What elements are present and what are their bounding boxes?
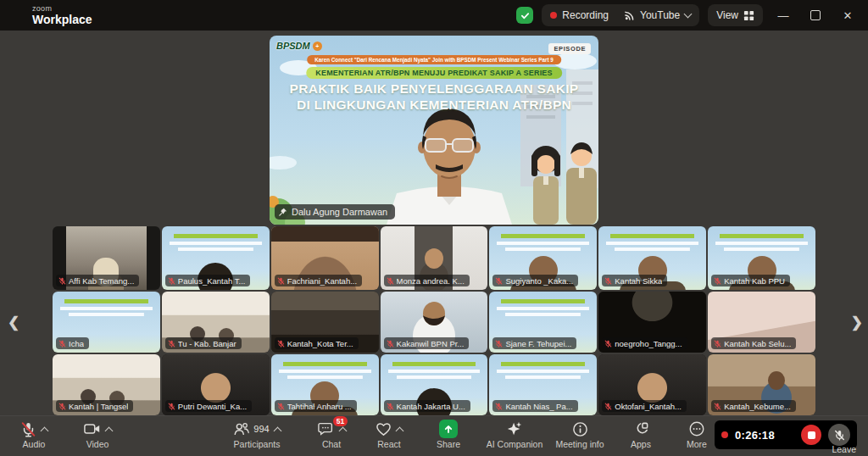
security-shield-icon[interactable] bbox=[516, 7, 533, 24]
muted-mic-icon bbox=[58, 403, 66, 410]
webinar-series-ribbon: Karen Connect "Dari Rencana Menjadi Nyat… bbox=[307, 55, 561, 64]
participant-tile[interactable]: Kantah Kab Selu... bbox=[708, 292, 815, 353]
participant-name: Kantah Jakarta U... bbox=[397, 402, 465, 411]
video-button[interactable]: Video bbox=[59, 420, 136, 449]
close-button[interactable]: ✕ bbox=[836, 4, 860, 26]
participant-tile[interactable]: Kantah Sikka bbox=[598, 226, 706, 290]
muted-mic-icon bbox=[604, 403, 612, 410]
participant-tile[interactable]: Kantah_Kota Ter... bbox=[271, 292, 379, 353]
participant-tile[interactable]: Sjane F. Tehupei... bbox=[489, 292, 597, 353]
participant-name: Kakanwil BPN Pr... bbox=[397, 339, 465, 348]
participant-nametag: Icha bbox=[56, 337, 89, 349]
recording-mic-muted-button[interactable] bbox=[828, 424, 850, 446]
participant-tile[interactable]: Fachriani_Kantah... bbox=[271, 226, 379, 290]
participant-nametag: Oktofani_Kantah... bbox=[602, 400, 687, 412]
participant-name: Oktofani_Kantah... bbox=[615, 402, 682, 411]
recording-stream-pill: Recording YouTube bbox=[542, 4, 699, 26]
participant-nametag: Kantah Sikka bbox=[602, 275, 667, 286]
recording-label[interactable]: Recording bbox=[562, 9, 609, 21]
muted-mic-icon bbox=[387, 340, 394, 348]
participant-tile[interactable]: Kantah Nias_ Pa... bbox=[489, 354, 597, 415]
stop-recording-button[interactable] bbox=[801, 425, 821, 445]
participant-nametag: Kantah_Kota Ter... bbox=[275, 337, 359, 349]
participant-grid: Affi Kab Temang... Paulus_Kantah T... Fa… bbox=[53, 226, 815, 415]
video-options-chevron-icon[interactable] bbox=[104, 426, 113, 435]
participant-tile[interactable]: Kantah Jakarta U... bbox=[381, 354, 488, 415]
participant-tile[interactable]: Putri Dewanti_Ka... bbox=[162, 354, 270, 415]
participant-nametag: Sugiyanto _Kaka... bbox=[492, 275, 578, 286]
participant-tile[interactable]: Paulus_Kantah T... bbox=[162, 226, 270, 290]
zoom-workplace-logo: zoom Workplace bbox=[32, 5, 92, 25]
react-chevron-icon[interactable] bbox=[396, 426, 404, 435]
view-label: View bbox=[716, 9, 738, 21]
participant-name: Icha bbox=[69, 339, 84, 348]
participant-tile[interactable]: Affi Kab Temang... bbox=[53, 226, 160, 290]
participant-nametag: Affi Kab Temang... bbox=[56, 275, 139, 286]
participant-tile[interactable]: Tu - Kab. Banjar bbox=[162, 292, 270, 353]
muted-mic-icon bbox=[387, 403, 394, 410]
chevron-down-icon[interactable] bbox=[684, 10, 693, 19]
audio-options-chevron-icon[interactable] bbox=[41, 426, 49, 435]
slide-title-line2: DI LINGKUNGAN KEMENTERIAN ATR/BPN bbox=[270, 97, 598, 114]
brand-workplace: Workplace bbox=[32, 14, 92, 25]
participant-nametag: Fachriani_Kantah... bbox=[275, 275, 362, 286]
slide-title: PRAKTIK BAIK PENYELENGGARAAN SAKIP DI LI… bbox=[270, 81, 598, 114]
participant-nametag: Kantah_Kebume... bbox=[711, 400, 796, 412]
participant-tile[interactable]: noegroho_Tangg... bbox=[598, 292, 706, 353]
participant-nametag: Tu - Kab. Banjar bbox=[165, 337, 242, 349]
participant-tile[interactable]: Kakanwil BPN Pr... bbox=[381, 292, 488, 353]
sakip-series-ribbon: KEMENTERIAN ATR/BPN MENUJU PREDIKAT SAKI… bbox=[306, 67, 562, 79]
meeting-toolbar: Audio Video 994 Participants bbox=[0, 415, 868, 456]
participant-tile[interactable]: Kantah_Kebume... bbox=[708, 354, 815, 415]
participants-button[interactable]: 994 Participants bbox=[214, 420, 299, 449]
participant-tile[interactable]: Kantah Kab PPU bbox=[708, 226, 815, 290]
brand-zoom: zoom bbox=[32, 5, 92, 13]
recording-dot-icon bbox=[550, 12, 557, 19]
participant-tile[interactable]: Tahtihal Anharu ... bbox=[271, 354, 379, 415]
live-stream-icon bbox=[624, 10, 635, 21]
participant-tile[interactable]: Icha bbox=[53, 292, 160, 353]
participant-name: Tu - Kab. Banjar bbox=[178, 339, 236, 348]
speaker-nametag: Dalu Agung Darmawan bbox=[275, 204, 395, 220]
gallery-next-arrow-icon[interactable]: ❯ bbox=[851, 314, 863, 331]
participant-name: Sjane F. Tehupei... bbox=[505, 339, 571, 348]
more-icon bbox=[688, 420, 705, 437]
minimize-button[interactable]: — bbox=[771, 4, 795, 26]
muted-mic-icon bbox=[495, 403, 503, 410]
participant-tile[interactable]: Kantah | Tangsel bbox=[53, 354, 160, 415]
participant-name: Kantah | Tangsel bbox=[69, 402, 128, 411]
muted-mic-icon bbox=[168, 277, 175, 285]
participant-name: Sugiyanto _Kaka... bbox=[505, 276, 573, 286]
participant-tile[interactable]: Monza andrea. K... bbox=[381, 226, 488, 290]
participant-nametag: Kantah Kab PPU bbox=[711, 275, 790, 286]
window-titlebar: zoom Workplace Recording YouTube View — bbox=[0, 0, 868, 31]
muted-mic-icon bbox=[604, 277, 612, 285]
restore-button[interactable] bbox=[804, 4, 827, 26]
participant-tile[interactable]: Oktofani_Kantah... bbox=[598, 354, 706, 415]
active-speaker-tile[interactable]: BPSDM + EPISODE Karen Connect "Dari Renc… bbox=[270, 36, 598, 225]
participant-nametag: Putri Dewanti_Ka... bbox=[165, 400, 252, 412]
bpsdm-logo-text: BPSDM bbox=[276, 41, 310, 51]
muted-mic-icon bbox=[495, 277, 503, 285]
muted-mic-icon bbox=[387, 277, 394, 285]
participants-chevron-icon[interactable] bbox=[273, 426, 281, 435]
chat-chevron-icon[interactable] bbox=[338, 426, 347, 435]
participant-tile[interactable]: Sugiyanto _Kaka... bbox=[489, 226, 597, 290]
muted-mic-icon bbox=[277, 277, 285, 285]
ai-companion-icon bbox=[506, 420, 523, 437]
participant-name: Kantah Sikka bbox=[615, 276, 662, 286]
recording-active-dot-icon bbox=[721, 431, 728, 438]
view-button[interactable]: View bbox=[708, 4, 763, 26]
participant-name: Fachriani_Kantah... bbox=[287, 276, 357, 286]
info-icon bbox=[572, 421, 588, 437]
participant-nametag: Monza andrea. K... bbox=[384, 275, 470, 286]
heart-icon bbox=[376, 422, 392, 437]
muted-mic-icon bbox=[604, 340, 612, 348]
muted-mic-icon bbox=[58, 340, 66, 348]
youtube-stream-label[interactable]: YouTube bbox=[640, 9, 680, 21]
participant-name: Monza andrea. K... bbox=[397, 276, 465, 286]
gallery-prev-arrow-icon[interactable]: ❮ bbox=[8, 314, 19, 331]
participant-name: Paulus_Kantah T... bbox=[178, 276, 246, 286]
leave-button[interactable]: Leave bbox=[832, 444, 856, 454]
participants-count: 994 bbox=[253, 424, 269, 434]
